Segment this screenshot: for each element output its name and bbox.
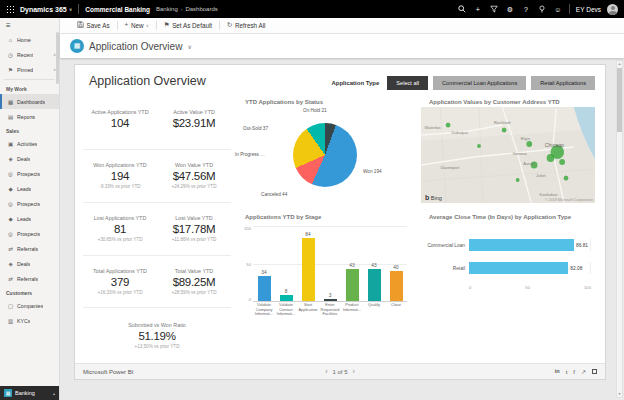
search-icon[interactable] [457,5,467,13]
page-header: ▦ Application Overview ∨ [60,34,624,58]
plus-icon[interactable]: + [473,6,483,13]
filter-commercial-loan-button[interactable]: Commercial Loan Applications [433,76,526,90]
vertical-scrollbar[interactable]: ▴ ▾ [616,60,623,398]
prospect-icon: ◎ [7,201,14,207]
svg-text:Geneva: Geneva [512,151,527,156]
prospect-icon: ◎ [7,231,14,237]
svg-text:Dubuque: Dubuque [451,130,468,135]
sidebar-item-referrals-2[interactable]: ⇄Referrals [0,271,59,286]
svg-text:Chicago: Chicago [545,142,564,148]
svg-text:Davenport: Davenport [441,165,461,170]
powerbi-brand[interactable]: Microsoft Power BI [83,369,133,375]
svg-text:Kankakee: Kankakee [540,192,559,197]
help-icon[interactable]: ? [521,6,531,13]
lead-icon: ◆ [7,186,14,192]
referral-icon: ⇄ [7,276,14,282]
filter-icon[interactable] [489,5,499,13]
sidebar-item-activities[interactable]: ▣Activities [0,136,59,151]
lightbulb-icon[interactable] [537,5,547,13]
kpi-submitted-won-ratio: Submitted vs Won Ratio51.19%+13.50% vs p… [83,307,231,363]
sidebar-item-referrals[interactable]: ⇄Referrals [0,241,59,256]
feedback-smiley-icon[interactable]: ☺ [553,6,563,13]
scroll-up-icon[interactable]: ▴ [618,61,620,67]
deal-icon: ◈ [7,156,14,162]
stage-bar-validate-company[interactable]: 34 [253,226,275,301]
prev-page-button[interactable]: ‹ [325,368,327,375]
page-title: Application Overview [89,41,182,52]
app-launcher-icon[interactable] [6,5,14,13]
sidebar-item-prospects[interactable]: ◎Prospects [0,166,59,181]
scroll-down-icon[interactable]: ▾ [618,391,620,397]
sidebar-item-dashboards[interactable]: ▦Dashboards [0,94,59,109]
dashboard-selector-chevron-icon[interactable]: ∨ [187,43,191,50]
x-axis: 050100 [423,285,591,290]
stage-bar-enter-facilities[interactable]: 3 [319,226,341,301]
clock-icon: ◷ [7,52,14,58]
powerbi-report: Application Overview Application Type Se… [74,64,606,380]
area-switcher[interactable]: ▦ Banking ▴ [0,386,59,400]
sidebar-item-home[interactable]: ⌂Home [0,32,59,47]
sidebar-item-deals[interactable]: ◈Deals [0,151,59,166]
sidebar-item-deals-2[interactable]: ◈Deals [0,256,59,271]
menu-toggle-button[interactable]: ≡ [0,18,59,32]
kpi-active-applications: Active Applications YTD104 [83,96,157,149]
sidebar-item-recent[interactable]: ◷Recent∨ [0,47,59,62]
save-as-button[interactable]: Save As [70,18,117,33]
stage-bar-qualify[interactable]: 43 [363,226,385,301]
brand[interactable]: Dynamics 365∨ [20,6,72,13]
area-icon: ▦ [4,389,12,397]
category-label: Retail [423,266,469,271]
sidebar-nav: ≡ ⌂Home ◷Recent∨ ⚑Pinned∨ My Work ▦Dashb… [0,18,60,400]
kpi-total-applications: Total Applications YTD379+16.33% vs prio… [83,255,157,308]
pie-label-out-sold: Out-Sold 37 [243,126,268,131]
sidebar-item-kycs[interactable]: ▥KYCs [0,313,59,328]
fullscreen-icon[interactable] [592,369,597,374]
close-time-bar-retail[interactable]: 82.08 [469,262,591,274]
refresh-icon: ↻ [227,22,232,29]
stage-bar-validate-contact[interactable]: 8 [275,226,297,301]
breadcrumb[interactable]: Banking › Dashboards [156,6,218,12]
sidebar-item-pinned[interactable]: ⚑Pinned∨ [0,62,59,77]
right-visuals: Application Values by Customer Address Y… [419,96,597,363]
breadcrumb-area[interactable]: Banking [156,6,178,12]
sidebar-item-reports[interactable]: ▤Reports [0,109,59,124]
sidebar-item-prospects-2[interactable]: ◎Prospects [0,196,59,211]
sidebar-item-leads[interactable]: ◆Leads [0,181,59,196]
stage-bar-start-application[interactable]: 84 [297,226,319,301]
close-time-bar-commercial[interactable]: 86.81 [469,239,591,251]
user-avatar[interactable] [607,4,618,15]
settings-gear-icon[interactable]: ⚙ [505,6,515,13]
sidebar-scrollbar[interactable] [56,32,59,84]
sidebar-item-leads-2[interactable]: ◆Leads [0,211,59,226]
user-name[interactable]: EY Devs [576,6,601,13]
refresh-all-button[interactable]: ↻ Refresh All [220,18,272,33]
status-pie[interactable] [293,123,357,187]
kpi-won-value: Won Value YTD$47.56M+24.29% vs prior YTD [157,149,231,202]
scrollbar-thumb[interactable] [617,68,622,132]
kpi-won-applications: Won Applications YTD194-9.33% vs prior Y… [83,149,157,202]
deal-icon: ◈ [7,261,14,267]
stage-bar-close[interactable]: 40 [385,226,407,301]
stage-bar-product[interactable]: 43 [341,226,363,301]
filter-retail-button[interactable]: Retail Applications [531,76,595,90]
report-body: Active Applications YTD104 Active Value … [75,92,605,363]
bing-map[interactable]: WaterlooDubuqueRockfordElginChicagoGenev… [421,107,595,203]
close-time-row-retail: Retail 82.08 [423,262,591,274]
sidebar-item-companies[interactable]: ▢Companies [0,298,59,313]
sidebar-section-my-work: My Work [0,82,59,94]
twitter-icon[interactable]: t [566,369,568,375]
next-page-button[interactable]: › [353,368,355,375]
command-bar: Save As + New ∨ ⚑ Set As Default ↻ Refre… [60,18,624,34]
set-as-default-button[interactable]: ⚑ Set As Default [157,18,219,33]
linkedin-icon[interactable]: in [555,369,560,375]
share-icon[interactable]: ↗ [581,369,586,375]
new-button[interactable]: + New ∨ [118,18,156,33]
filter-label: Application Type [331,80,379,86]
save-icon [77,21,84,30]
facebook-icon[interactable]: f [573,369,575,375]
sidebar-item-prospects-3[interactable]: ◎Prospects [0,226,59,241]
app-name[interactable]: Commercial Banking [85,6,150,13]
breadcrumb-page[interactable]: Dashboards [185,6,217,12]
pie-label-on-hold: On Hold 21 [303,108,327,113]
filter-select-all-button[interactable]: Select all [387,76,428,90]
